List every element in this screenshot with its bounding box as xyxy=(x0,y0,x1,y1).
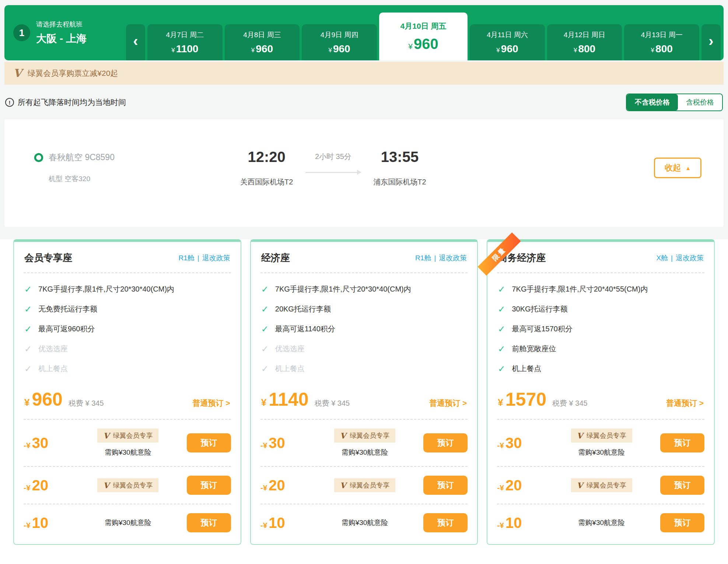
discount-amount: -¥ 30 xyxy=(497,435,544,451)
fare-feature-label: 前舱宽敞座位 xyxy=(512,344,556,354)
discount-value: 10 xyxy=(32,515,49,531)
normal-booking-link[interactable]: 普通预订 > xyxy=(193,398,230,408)
fare-title: 会员专享座 xyxy=(24,251,72,264)
cabin-label: X舱 xyxy=(656,253,668,263)
date-tab-apr-7[interactable]: 4月7日 周二 ¥ 1100 xyxy=(147,24,223,60)
date-tab-apr-9[interactable]: 4月9日 周四 ¥ 960 xyxy=(302,24,377,60)
discount-amount: -¥ 20 xyxy=(497,477,544,494)
minus-currency: -¥ xyxy=(260,441,267,450)
badge-label: 绿翼会员专享 xyxy=(587,431,626,440)
fare-card-business-economy: 限量 商务经济座 X舱 | 退改政策 ✓ 7KG手提行李,限1件,尺寸20*40… xyxy=(487,239,715,545)
discount-details: V 绿翼会员专享 需购¥30航意险 xyxy=(71,429,185,457)
tax-included-button[interactable]: 含税价格 xyxy=(678,94,722,110)
check-icon: ✓ xyxy=(24,325,32,334)
fare-feature-disabled: ✓ 优选选座 xyxy=(24,344,230,354)
flight-duration: 2小时 35分 xyxy=(305,152,361,162)
flight-info-card: 春秋航空 9C8590 机型 空客320 12:20 关西国际机场T2 2小时 … xyxy=(4,119,724,227)
price-row: ¥ 960 税费 ¥ 345 普通预订 > xyxy=(24,385,231,419)
green-wing-icon: V xyxy=(13,68,22,79)
fare-price: 1140 xyxy=(269,390,308,409)
arrival-airport: 浦东国际机场T2 xyxy=(373,177,426,187)
cabin-label: R1舱 xyxy=(178,253,194,263)
insurance-note: 需购¥30航意险 xyxy=(342,448,388,457)
refund-policy-link[interactable]: 退改政策 xyxy=(676,253,704,263)
aircraft-type: 机型 空客320 xyxy=(49,174,115,184)
discount-value: 10 xyxy=(505,515,522,531)
date-tab-apr-10-selected[interactable]: 4月10日 周五 ¥ 960 xyxy=(379,13,468,60)
fare-feature-label: 机上餐点 xyxy=(38,364,68,374)
discount-row: -¥ 10 需购¥30航意险 预订 xyxy=(260,504,468,541)
book-button[interactable]: 预订 xyxy=(423,476,468,495)
discount-value: 10 xyxy=(269,515,285,531)
check-icon: ✓ xyxy=(261,285,269,294)
discount-row: -¥ 10 需购¥30航意险 预订 xyxy=(497,504,704,541)
date-label: 4月9日 周四 xyxy=(321,30,358,40)
fare-feature: ✓ 前舱宽敞座位 xyxy=(498,344,704,354)
normal-booking-link[interactable]: 普通预订 > xyxy=(666,398,704,408)
separator: | xyxy=(197,254,199,262)
discount-row: -¥ 30 V 绿翼会员专享 需购¥30航意险 预订 xyxy=(497,420,704,466)
refund-policy-link[interactable]: 退改政策 xyxy=(439,253,467,263)
collapse-button[interactable]: 收起 ▲ xyxy=(654,158,701,178)
normal-booking-link[interactable]: 普通预订 > xyxy=(429,398,467,408)
date-tab-apr-13[interactable]: 4月13日 周一 ¥ 800 xyxy=(624,24,699,60)
date-label: 4月12日 周日 xyxy=(564,30,605,40)
check-icon: ✓ xyxy=(261,305,269,314)
price-row: ¥ 1570 税费 ¥ 345 普通预订 > xyxy=(497,385,704,419)
discount-value: 30 xyxy=(269,435,285,451)
book-button[interactable]: 预订 xyxy=(660,476,704,495)
route-title: 大阪 - 上海 xyxy=(36,32,87,46)
step-label: 请选择去程航班 xyxy=(36,20,87,29)
minus-currency: -¥ xyxy=(497,521,504,530)
check-icon: ✓ xyxy=(261,364,269,373)
duration-block: 2小时 35分 xyxy=(305,149,361,173)
currency-symbol: ¥ xyxy=(24,397,29,408)
fare-feature-label: 30KG托运行李额 xyxy=(512,304,567,314)
card-head: 经济座 R1舱 | 退改政策 xyxy=(260,242,468,272)
book-button[interactable]: 预订 xyxy=(423,433,468,452)
insurance-note: 需购¥30航意险 xyxy=(105,448,151,457)
badge-label: 绿翼会员专享 xyxy=(350,431,389,440)
book-button[interactable]: 预订 xyxy=(423,513,468,532)
airline-logo-icon xyxy=(33,152,44,163)
date-tab-apr-8[interactable]: 4月8日 周三 ¥ 960 xyxy=(225,24,300,60)
currency-symbol: ¥ xyxy=(574,47,577,54)
triangle-up-icon: ▲ xyxy=(685,165,691,171)
next-dates-button[interactable]: › xyxy=(701,24,721,60)
prev-dates-button[interactable]: ‹ xyxy=(126,24,145,60)
book-button[interactable]: 预订 xyxy=(660,433,704,452)
departure-time: 12:20 xyxy=(240,149,293,165)
discount-value: 30 xyxy=(32,435,49,451)
date-tab-apr-11[interactable]: 4月11日 周六 ¥ 960 xyxy=(470,24,545,60)
discount-details: V 绿翼会员专享 xyxy=(544,478,659,492)
fare-feature-label: 优选选座 xyxy=(275,344,305,354)
discount-details: 需购¥30航意险 xyxy=(71,518,185,528)
book-button[interactable]: 预订 xyxy=(187,433,231,452)
feature-list: ✓ 7KG手提行李,限1件,尺寸20*30*40(CM)内 ✓ 20KG托运行李… xyxy=(260,273,468,385)
minus-currency: -¥ xyxy=(260,521,267,530)
green-wing-icon: V xyxy=(103,432,109,440)
date-price: ¥ 960 xyxy=(251,43,273,55)
book-button[interactable]: 预订 xyxy=(187,513,231,532)
currency-symbol: ¥ xyxy=(328,47,332,54)
departure-airport: 关西国际机场T2 xyxy=(240,177,293,187)
fare-feature: ✓ 30KG托运行李额 xyxy=(498,304,704,314)
discount-amount: -¥ 20 xyxy=(260,477,308,494)
fare-feature: ✓ 7KG手提行李,限1件,尺寸20*30*40(CM)内 xyxy=(24,284,230,294)
book-button[interactable]: 预订 xyxy=(187,476,231,495)
info-icon: ! xyxy=(5,98,14,107)
discount-details: V 绿翼会员专享 需购¥30航意险 xyxy=(544,429,659,457)
refund-policy-link[interactable]: 退改政策 xyxy=(202,253,230,263)
fare-feature: ✓ 最高可返1140积分 xyxy=(261,324,467,334)
times-block: 12:20 关西国际机场T2 2小时 35分 13:55 浦东国际机场T2 xyxy=(240,149,426,187)
price-value: 960 xyxy=(256,43,273,55)
book-button[interactable]: 预订 xyxy=(660,513,704,532)
discount-row: -¥ 30 V 绿翼会员专享 需购¥30航意险 预订 xyxy=(260,420,468,466)
badge-label: 绿翼会员专享 xyxy=(350,481,389,490)
card-head: 会员专享座 R1舱 | 退改政策 xyxy=(24,242,231,272)
date-tab-apr-12[interactable]: 4月12日 周日 ¥ 800 xyxy=(547,24,622,60)
fare-feature: ✓ 20KG托运行李额 xyxy=(261,304,467,314)
discount-row: -¥ 20 V 绿翼会员专享 预订 xyxy=(260,467,468,504)
tax-excluded-button[interactable]: 不含税价格 xyxy=(627,94,678,110)
fare-title: 经济座 xyxy=(261,251,290,264)
